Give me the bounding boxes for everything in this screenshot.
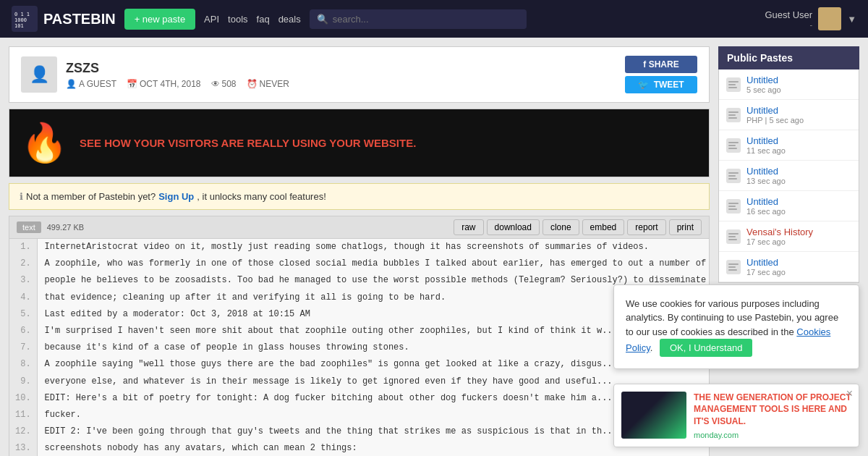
- paste-type-icon: [726, 229, 741, 244]
- flame-icon: 🔥: [21, 121, 68, 165]
- svg-rect-18: [728, 175, 736, 177]
- paste-item-sub: 17 sec ago: [746, 268, 851, 276]
- line-number: 9.: [9, 373, 37, 390]
- nav-tools[interactable]: tools: [228, 14, 247, 25]
- table-row: 8. A zoophile saying "well those guys th…: [9, 356, 710, 373]
- paste-item-title[interactable]: Vensai's History: [746, 227, 851, 237]
- line-number: 12.: [9, 423, 37, 440]
- table-row: 1. InternetAristocrat video on it, mostl…: [9, 239, 710, 256]
- clone-button[interactable]: clone: [542, 219, 579, 235]
- code-block[interactable]: 1. InternetAristocrat video on it, mostl…: [9, 238, 710, 456]
- line-content: A zoophile saying "well those guys there…: [37, 356, 710, 373]
- share-twitter-button[interactable]: 🐦 TWEET: [625, 76, 697, 93]
- line-number: 8.: [9, 356, 37, 373]
- nav-faq[interactable]: faq: [257, 14, 270, 25]
- paste-type-icon: [726, 260, 741, 274]
- table-row: 3. people he believes to be zoosadists. …: [9, 272, 710, 289]
- svg-rect-22: [728, 206, 736, 207]
- svg-rect-11: [728, 117, 737, 119]
- search-input[interactable]: [333, 9, 519, 29]
- nav-api[interactable]: API: [204, 14, 219, 25]
- svg-rect-29: [728, 263, 739, 265]
- line-content: people he believes to be zoosadists. Too…: [37, 272, 710, 289]
- line-number: 6.: [9, 323, 37, 339]
- embed-button[interactable]: embed: [582, 219, 625, 235]
- paste-item-sub: PHP | 5 sec ago: [746, 116, 851, 124]
- close-icon[interactable]: ×: [846, 387, 853, 400]
- svg-text:1000: 1000: [14, 17, 27, 23]
- paste-expiry: ⏰ NEVER: [247, 79, 289, 89]
- table-row: 5. Last edited by a moderator: Oct 3, 20…: [9, 306, 710, 323]
- new-paste-button[interactable]: + new paste: [124, 9, 195, 30]
- print-button[interactable]: print: [669, 219, 702, 235]
- avatar: 👤: [21, 56, 57, 93]
- paste-item-title[interactable]: Untitled: [746, 166, 851, 177]
- ad-bottom-right: THE NEW GENERATION OF PROJECT MANAGEMENT…: [613, 384, 859, 447]
- search-icon: 🔍: [317, 14, 328, 25]
- download-button[interactable]: download: [487, 219, 540, 235]
- ad-link[interactable]: SEE HOW YOUR VISITORS ARE REALLY USING Y…: [80, 137, 416, 149]
- table-row: 12. EDIT 2: I've been going through that…: [9, 423, 710, 440]
- paste-item[interactable]: Vensai's History 17 sec ago: [719, 221, 859, 252]
- logo-link[interactable]: 0 1 1 1000 101 PASTEBIN: [12, 6, 116, 32]
- svg-text:0 1 1: 0 1 1: [14, 12, 30, 17]
- paste-item-sub: 16 sec ago: [746, 207, 851, 216]
- line-number: 4.: [9, 290, 37, 306]
- svg-rect-23: [728, 208, 737, 210]
- line-number: 3.: [9, 272, 37, 289]
- ad-thumbnail: [621, 392, 686, 439]
- dropdown-arrow-icon[interactable]: ▼: [847, 14, 856, 25]
- paste-item-sub: 11 sec ago: [746, 146, 851, 155]
- report-button[interactable]: report: [627, 219, 665, 235]
- paste-type-icon: [726, 77, 741, 92]
- paste-header: 👤 ZSZS 👤 A GUEST 📅 OCT 4TH, 2018: [9, 46, 710, 103]
- paste-item-title[interactable]: Untitled: [746, 257, 851, 268]
- line-number: 5.: [9, 306, 37, 323]
- svg-rect-27: [728, 239, 737, 240]
- public-pastes-list: Untitled 5 sec ago Untitled PHP | 5 sec …: [718, 69, 859, 283]
- code-toolbar: text 499.27 KB raw download clone embed …: [9, 216, 710, 238]
- table-row: 9. everyone else, and whatever is in the…: [9, 373, 710, 390]
- paste-type-icon: [726, 108, 741, 122]
- line-content: A zoophile, who was formerly in one of t…: [37, 256, 710, 272]
- cookie-notice: We use cookies for various purposes incl…: [613, 284, 859, 370]
- svg-rect-6: [728, 84, 736, 85]
- line-number: 13.: [9, 440, 37, 456]
- paste-author: 👤 A GUEST: [66, 79, 116, 89]
- paste-item[interactable]: Untitled 5 sec ago: [719, 69, 859, 100]
- paste-item[interactable]: Untitled PHP | 5 sec ago: [719, 100, 859, 130]
- nav-deals[interactable]: deals: [278, 14, 301, 25]
- table-row: 10. EDIT: Here's a bit of poetry for ton…: [9, 390, 710, 407]
- ad-banner: 🔥 SEE HOW YOUR VISITORS ARE REALLY USING…: [9, 109, 710, 177]
- paste-item-title[interactable]: Untitled: [746, 75, 851, 85]
- logo-icon: 0 1 1 1000 101: [12, 6, 38, 32]
- paste-item[interactable]: Untitled 13 sec ago: [719, 161, 859, 191]
- svg-rect-5: [728, 81, 739, 83]
- code-actions: raw download clone embed report print: [454, 219, 702, 235]
- ad-brand: monday.com: [694, 431, 851, 439]
- paste-item-title[interactable]: Untitled: [746, 196, 851, 207]
- paste-item[interactable]: Untitled 16 sec ago: [719, 191, 859, 221]
- paste-type-icon: [726, 169, 741, 183]
- table-row: 4. that evidence; cleaning up after it a…: [9, 290, 710, 306]
- paste-item-title[interactable]: Untitled: [746, 135, 851, 146]
- raw-button[interactable]: raw: [454, 219, 483, 235]
- svg-rect-25: [728, 233, 739, 235]
- code-table: 1. InternetAristocrat video on it, mostl…: [9, 239, 710, 456]
- user-name: Guest User: [765, 9, 812, 20]
- lang-badge: text: [17, 221, 41, 233]
- table-row: 2. A zoophile, who was formerly in one o…: [9, 256, 710, 272]
- paste-title: ZSZS: [66, 61, 289, 76]
- svg-rect-30: [728, 266, 736, 268]
- line-content: everyone else, and whatever is in their …: [37, 373, 710, 390]
- paste-item[interactable]: Untitled 11 sec ago: [719, 130, 859, 161]
- paste-item-title[interactable]: Untitled: [746, 105, 851, 116]
- line-content: EDIT: Here's a bit of poetry for tonight…: [37, 390, 710, 407]
- share-facebook-button[interactable]: f SHARE: [625, 56, 697, 73]
- line-number: 7.: [9, 339, 37, 356]
- cookie-ok-button[interactable]: OK, I Understand: [660, 339, 752, 357]
- paste-item[interactable]: Untitled 17 sec ago: [719, 252, 859, 282]
- line-content: Last edited by a moderator: Oct 3, 2018 …: [37, 306, 710, 323]
- signup-link[interactable]: Sign Up: [158, 191, 194, 202]
- line-content: InternetAristocrat video on it, mostly j…: [37, 239, 710, 256]
